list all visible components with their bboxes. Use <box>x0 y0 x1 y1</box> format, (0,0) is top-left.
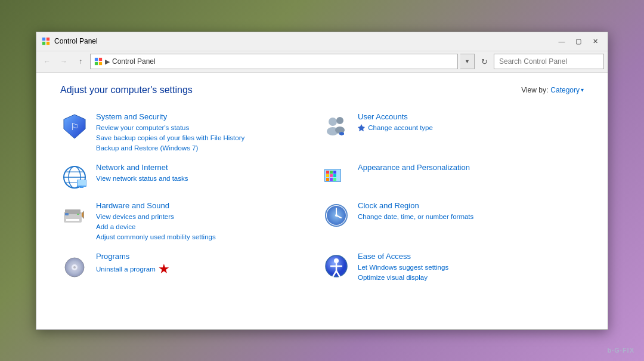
svg-rect-30 <box>330 174 333 177</box>
user-accounts-icon <box>322 112 351 141</box>
network-internet-text: Network and Internet View network status… <box>96 163 322 184</box>
watermark: b·G·FIX <box>608 347 635 354</box>
view-by-label: View by: <box>521 86 548 94</box>
close-button[interactable]: ✕ <box>587 35 603 47</box>
programs-title[interactable]: Programs <box>96 252 322 261</box>
svg-rect-6 <box>95 62 98 65</box>
clock-region-text: Clock and Region Change date, time, or n… <box>358 201 584 222</box>
svg-rect-31 <box>333 174 336 177</box>
hardware-sound-title[interactable]: Hardware and Sound <box>96 201 322 210</box>
ease-of-access-text: Ease of Access Let Windows suggest setti… <box>358 252 584 283</box>
svg-rect-1 <box>47 38 49 41</box>
up-button[interactable]: ↑ <box>73 54 88 69</box>
forward-button[interactable]: → <box>57 54 71 69</box>
appearance-title[interactable]: Appearance and Personalization <box>358 163 584 172</box>
svg-rect-0 <box>42 38 45 41</box>
svg-text:⚐: ⚐ <box>70 122 79 132</box>
window-controls: — ▢ ✕ <box>554 35 603 47</box>
user-accounts-link-1[interactable]: Change account type <box>358 123 584 132</box>
system-security-title[interactable]: System and Security <box>96 112 322 121</box>
svg-point-46 <box>335 214 338 217</box>
appearance-icon <box>322 163 351 192</box>
ease-of-access-link-1[interactable]: Let Windows suggest settings <box>358 263 584 272</box>
network-internet-icon <box>60 163 89 192</box>
svg-rect-38 <box>65 213 69 215</box>
svg-rect-5 <box>99 58 102 61</box>
svg-rect-22 <box>78 180 86 186</box>
category-network-internet: Network and Internet View network status… <box>60 158 322 196</box>
clock-region-link-1[interactable]: Change date, time, or number formats <box>358 212 584 221</box>
search-input[interactable] <box>494 54 604 69</box>
system-security-text: System and Security Review your computer… <box>96 112 322 153</box>
address-path[interactable]: ▶ Control Panel <box>90 54 458 69</box>
svg-point-10 <box>329 118 337 126</box>
user-accounts-title[interactable]: User Accounts <box>358 112 584 121</box>
categories-grid: ⚐ System and Security Review your comput… <box>60 107 584 288</box>
system-security-link-3[interactable]: Backup and Restore (Windows 7) <box>96 143 322 153</box>
hardware-sound-icon <box>60 201 89 230</box>
hardware-sound-text: Hardware and Sound View devices and prin… <box>96 201 322 242</box>
svg-rect-4 <box>95 58 98 61</box>
view-by-dropdown[interactable]: Category <box>550 86 584 94</box>
path-label: Control Panel <box>112 57 156 66</box>
view-by: View by: Category <box>521 86 584 94</box>
svg-point-12 <box>336 117 343 124</box>
network-internet-link-1[interactable]: View network status and tasks <box>96 174 322 183</box>
category-user-accounts: User Accounts Change account type <box>322 107 584 158</box>
svg-rect-27 <box>330 171 333 174</box>
hardware-sound-link-1[interactable]: View devices and printers <box>96 212 322 221</box>
ease-of-access-title[interactable]: Ease of Access <box>358 252 584 261</box>
svg-point-50 <box>65 258 84 277</box>
ease-of-access-link-2[interactable]: Optimize visual display <box>358 273 584 282</box>
title-bar: Control Panel — ▢ ✕ <box>36 32 608 51</box>
appearance-text: Appearance and Personalization <box>358 163 584 174</box>
maximize-button[interactable]: ▢ <box>571 35 586 47</box>
control-panel-window: Control Panel — ▢ ✕ ← → ↑ ▶ Control Pane… <box>36 32 608 330</box>
category-hardware-sound: Hardware and Sound View devices and prin… <box>60 196 322 247</box>
category-ease-of-access: Ease of Access Let Windows suggest setti… <box>322 247 584 288</box>
user-accounts-text: User Accounts Change account type <box>358 112 584 133</box>
svg-rect-2 <box>42 42 45 45</box>
page-title-row: Adjust your computer's settings View by:… <box>60 85 584 95</box>
category-programs: Programs Uninstall a program ★ <box>60 247 322 288</box>
star-annotation: ★ <box>158 263 170 276</box>
hardware-sound-link-2[interactable]: Add a device <box>96 222 322 232</box>
minimize-button[interactable]: — <box>554 35 569 47</box>
refresh-button[interactable]: ↻ <box>477 54 491 69</box>
system-security-link-1[interactable]: Review your computer's status <box>96 123 322 132</box>
path-dropdown-button[interactable]: ▼ <box>460 54 475 69</box>
svg-rect-37 <box>66 219 79 221</box>
svg-marker-15 <box>358 124 365 131</box>
svg-rect-3 <box>47 42 49 45</box>
svg-rect-28 <box>333 171 336 174</box>
category-appearance: Appearance and Personalization <box>322 158 584 196</box>
svg-rect-26 <box>326 171 329 174</box>
svg-rect-39 <box>77 214 79 215</box>
system-security-icon: ⚐ <box>60 112 89 141</box>
window-title: Control Panel <box>54 37 554 45</box>
clock-region-icon <box>322 201 351 230</box>
path-root-icon: ▶ <box>105 58 110 66</box>
address-bar: ← → ↑ ▶ Control Panel ▼ ↻ <box>36 51 608 73</box>
programs-text: Programs Uninstall a program ★ <box>96 252 322 276</box>
category-system-security: ⚐ System and Security Review your comput… <box>60 107 322 158</box>
svg-rect-29 <box>326 174 329 177</box>
programs-icon <box>60 252 89 280</box>
svg-rect-32 <box>326 178 329 181</box>
ease-of-access-icon <box>322 252 351 280</box>
window-icon <box>41 36 51 46</box>
svg-rect-34 <box>333 178 336 181</box>
svg-rect-33 <box>330 178 333 181</box>
back-button[interactable]: ← <box>40 54 54 69</box>
clock-region-title[interactable]: Clock and Region <box>358 201 584 210</box>
category-clock-region: Clock and Region Change date, time, or n… <box>322 196 584 247</box>
content-area: Adjust your computer's settings View by:… <box>36 73 608 329</box>
network-internet-title[interactable]: Network and Internet <box>96 163 322 172</box>
page-title: Adjust your computer's settings <box>60 85 193 95</box>
system-security-link-2[interactable]: Save backup copies of your files with Fi… <box>96 133 322 143</box>
svg-rect-7 <box>99 62 102 65</box>
svg-point-52 <box>334 258 339 263</box>
programs-link-1[interactable]: Uninstall a program <box>96 264 156 274</box>
hardware-sound-link-3[interactable]: Adjust commonly used mobility settings <box>96 232 322 242</box>
svg-rect-23 <box>80 187 83 188</box>
